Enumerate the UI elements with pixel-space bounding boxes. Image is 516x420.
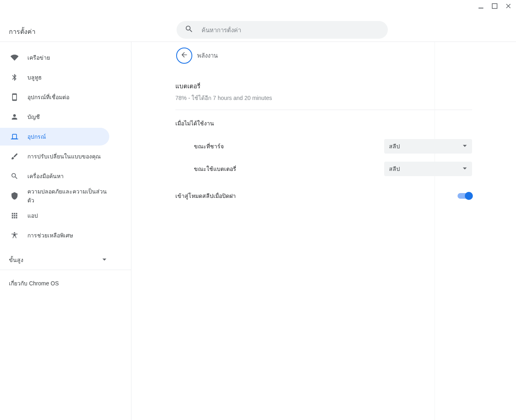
sidebar-item-connected-devices[interactable]: อุปกรณ์ที่เชื่อมต่อ bbox=[0, 88, 109, 106]
accessibility-icon bbox=[10, 231, 19, 239]
sidebar-item-label: เครื่องมือค้นหา bbox=[27, 172, 64, 181]
while-charging-label: ขณะที่ชาร์จ bbox=[194, 142, 224, 151]
on-battery-row: ขณะใช้แบตเตอรี่ สลีป bbox=[175, 158, 472, 180]
shield-icon bbox=[10, 192, 19, 200]
sidebar-item-security[interactable]: ความปลอดภัยและความเป็นส่วนตัว bbox=[0, 187, 109, 205]
sidebar-item-label: อุปกรณ์ bbox=[27, 132, 46, 141]
lid-sleep-label: เข้าสู่โหมดสลีปเมื่อปิดฝา bbox=[175, 191, 236, 200]
battery-status: 78% - ใช้ได้อีก 7 hours and 20 minutes bbox=[175, 94, 472, 102]
search-icon bbox=[185, 25, 194, 35]
idle-heading: เมื่อไม่ได้ใช้งาน bbox=[175, 119, 472, 128]
on-battery-select[interactable]: สลีป bbox=[384, 162, 472, 176]
sidebar-item-search-engine[interactable]: เครื่องมือค้นหา bbox=[0, 167, 109, 185]
sidebar-item-label: การปรับเปลี่ยนในแบบของคุณ bbox=[27, 152, 101, 161]
sidebar-item-label: การช่วยเหลือพิเศษ bbox=[27, 231, 73, 240]
idle-section: เมื่อไม่ได้ใช้งาน ขณะที่ชาร์จ สลีป ขณะใช… bbox=[175, 110, 472, 204]
sidebar-item-network[interactable]: เครือข่าย bbox=[0, 49, 109, 67]
chevron-down-icon bbox=[102, 257, 107, 263]
power-panel: พลังงาน แบตเตอรี่ 78% - ใช้ได้อีก 7 hour… bbox=[175, 46, 472, 420]
while-charging-value: สลีป bbox=[389, 142, 400, 151]
sidebar-item-label: ความปลอดภัยและความเป็นส่วนตัว bbox=[27, 187, 109, 205]
about-link[interactable]: เกี่ยวกับ Chrome OS bbox=[0, 270, 131, 297]
bluetooth-icon bbox=[10, 73, 19, 81]
back-button[interactable] bbox=[176, 48, 192, 64]
while-charging-select[interactable]: สลีป bbox=[384, 139, 472, 154]
main-region: พลังงาน แบตเตอรี่ 78% - ใช้ได้อีก 7 hour… bbox=[131, 42, 516, 420]
advanced-label: ขั้นสูง bbox=[9, 256, 23, 264]
header: การตั้งค่า bbox=[0, 0, 516, 42]
sidebar-item-device[interactable]: อุปกรณ์ bbox=[0, 128, 109, 146]
subpage-title: พลังงาน bbox=[197, 51, 218, 60]
battery-section: แบตเตอรี่ 78% - ใช้ได้อีก 7 hours and 20… bbox=[175, 81, 472, 110]
advanced-expander[interactable]: ขั้นสูง bbox=[0, 250, 131, 270]
on-battery-value: สลีป bbox=[389, 164, 400, 173]
sidebar-item-accessibility[interactable]: การช่วยเหลือพิเศษ bbox=[0, 227, 109, 244]
sidebar-item-personalization[interactable]: การปรับเปลี่ยนในแบบของคุณ bbox=[0, 148, 109, 165]
sidebar-item-account[interactable]: บัญชี bbox=[0, 108, 109, 126]
dropdown-icon bbox=[462, 166, 467, 172]
person-icon bbox=[10, 113, 19, 121]
apps-icon bbox=[10, 212, 19, 220]
dropdown-icon bbox=[462, 143, 467, 150]
wifi-icon bbox=[10, 54, 19, 62]
sidebar-item-apps[interactable]: แอป bbox=[0, 207, 109, 225]
brush-icon bbox=[10, 152, 19, 160]
lid-sleep-row: เข้าสู่โหมดสลีปเมื่อปิดฝา bbox=[175, 180, 472, 204]
on-battery-label: ขณะใช้แบตเตอรี่ bbox=[194, 164, 236, 173]
sidebar-item-bluetooth[interactable]: บลูทูธ bbox=[0, 69, 109, 86]
sidebar-item-label: เครือข่าย bbox=[27, 53, 50, 62]
lid-sleep-toggle[interactable] bbox=[458, 193, 472, 199]
back-row: พลังงาน bbox=[175, 48, 472, 64]
search-box[interactable] bbox=[177, 21, 388, 39]
search-input[interactable] bbox=[202, 27, 380, 33]
while-charging-row: ขณะที่ชาร์จ สลีป bbox=[175, 135, 472, 158]
battery-heading: แบตเตอรี่ bbox=[175, 81, 472, 94]
sidebar-item-label: อุปกรณ์ที่เชื่อมต่อ bbox=[27, 93, 69, 102]
toggle-knob bbox=[465, 192, 473, 200]
laptop-icon bbox=[10, 133, 19, 141]
sidebar-item-label: บลูทูธ bbox=[27, 73, 42, 82]
magnifier-icon bbox=[10, 172, 19, 180]
about-prefix: เกี่ยวกับ bbox=[9, 280, 29, 287]
sidebar-item-label: แอป bbox=[27, 211, 38, 220]
phone-icon bbox=[10, 93, 19, 101]
sidebar-item-label: บัญชี bbox=[27, 112, 40, 121]
sidebar: เครือข่าย บลูทูธ อุปกรณ์ที่เชื่อมต่อ บัญ… bbox=[0, 42, 131, 420]
about-product: Chrome OS bbox=[29, 280, 59, 287]
page-title: การตั้งค่า bbox=[9, 27, 35, 37]
arrow-left-icon bbox=[180, 51, 188, 60]
